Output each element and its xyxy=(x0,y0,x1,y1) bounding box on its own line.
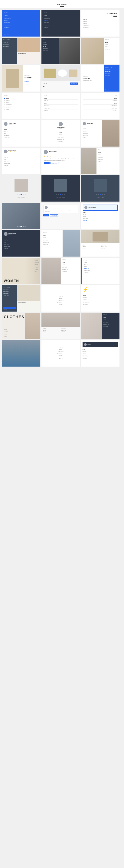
nav-item[interactable]: CATEGORY 2 xyxy=(3,291,16,293)
nav-item[interactable]: CATEGORY 4 xyxy=(3,294,16,297)
nav-item[interactable]: PORTFOLIO xyxy=(84,269,118,271)
nav-item[interactable]: SERVICES xyxy=(61,328,79,330)
nav-item[interactable]: CATEGORY 1 xyxy=(105,69,118,71)
nav-item[interactable]: HOME xyxy=(43,131,78,133)
nav-item[interactable]: SERVICES xyxy=(62,267,79,269)
nav-item[interactable]: ABOUT xyxy=(43,330,61,331)
nav-item[interactable]: ABOUT xyxy=(83,214,118,216)
nav-item[interactable]: WORK xyxy=(83,23,117,25)
nav-item[interactable]: CONTACT xyxy=(83,358,118,360)
nav-item[interactable]: JOURNAL xyxy=(43,48,57,49)
cat-item[interactable]: BLAZER xyxy=(4,329,8,330)
nav-item[interactable]: ABOUT xyxy=(83,246,99,247)
nav-item[interactable]: HOME xyxy=(43,328,61,330)
nav-item[interactable]: ABOUT xyxy=(103,318,118,320)
nav-item[interactable]: SERVICES xyxy=(101,244,118,246)
nav-item[interactable]: WORK xyxy=(59,298,63,300)
nav-item[interactable]: CATEGORY 1 xyxy=(3,41,16,43)
nav-item[interactable]: CATEGORY 3 xyxy=(105,73,118,74)
nav-item[interactable]: HOME xyxy=(44,15,78,17)
nav-item[interactable]: ABOUT xyxy=(84,264,118,266)
nav-item[interactable]: WORK xyxy=(83,102,117,104)
nav-item[interactable]: SERVICES xyxy=(4,244,38,246)
nav-item[interactable]: SERVICES xyxy=(44,104,78,107)
nav-item[interactable]: PORTFOLIO xyxy=(4,246,38,248)
cat-item[interactable]: JACKETS xyxy=(34,261,39,263)
nav-item[interactable]: PORTFOLIO xyxy=(43,139,78,141)
nav-item[interactable]: ABOUT xyxy=(43,236,61,238)
nav-item[interactable]: ABOUT xyxy=(4,157,38,159)
nav-item[interactable]: HOME xyxy=(84,262,118,264)
nav-item[interactable]: HOME xyxy=(59,345,62,347)
nav-item[interactable]: CONTACT xyxy=(44,110,78,112)
nav-item[interactable]: PORTFOLIO xyxy=(44,24,78,26)
nav-item[interactable]: SERVICES xyxy=(83,104,117,107)
nav-item[interactable]: HOME xyxy=(98,151,118,153)
cat-item[interactable]: PANTS xyxy=(34,265,39,267)
nav-item[interactable]: CONTACT xyxy=(4,138,38,140)
nav-item[interactable]: CATEGORY 4 xyxy=(105,74,118,76)
nav-item[interactable]: CATEGORY 2 xyxy=(3,43,16,45)
nav-item[interactable]: ABOUT xyxy=(83,100,117,102)
nav-item[interactable]: ABOUT xyxy=(4,20,38,22)
cat-item[interactable]: BLAZER xyxy=(34,259,39,261)
nav-item[interactable]: HOME xyxy=(43,42,57,44)
nav-item[interactable]: PORTFOLIO xyxy=(83,107,117,110)
nav-item[interactable]: HOME xyxy=(83,212,118,214)
nav-item[interactable]: SERVICES xyxy=(83,217,118,219)
nav-item[interactable]: HOME xyxy=(83,97,117,100)
nav-item-active[interactable]: WORK xyxy=(43,45,57,48)
nav-item[interactable]: SERVICES xyxy=(83,300,118,302)
nav-item[interactable]: CATEGORY 1 xyxy=(3,289,16,291)
nav-item[interactable]: ABOUT xyxy=(43,44,57,45)
nav-item[interactable]: HOME xyxy=(43,234,61,236)
nav-item[interactable]: ABOUT xyxy=(105,43,118,45)
nav-item[interactable]: WORK xyxy=(103,320,118,322)
nav-item[interactable]: WORK xyxy=(59,349,63,351)
nav-item[interactable]: HOME xyxy=(83,244,99,246)
nav-item[interactable]: WORK xyxy=(4,242,38,244)
nav-item[interactable]: PORTFOLIO xyxy=(43,242,61,244)
nav-item[interactable]: PORTFOLIO xyxy=(83,135,100,136)
nav-item[interactable]: PORTFOLIO xyxy=(98,159,118,161)
nav-item[interactable]: CONTACT xyxy=(58,304,63,305)
nav-item-active[interactable]: CATEGORY 3 xyxy=(3,45,16,47)
cat-item[interactable]: JEANS xyxy=(4,332,8,334)
nav-item[interactable]: PORTFOLIO xyxy=(44,107,78,110)
nav-item[interactable]: CONTACT xyxy=(4,26,38,28)
nav-item[interactable]: HOME xyxy=(83,348,118,350)
nav-item[interactable]: CONTACT xyxy=(43,49,57,51)
nav-item[interactable]: ABOUT xyxy=(59,296,63,298)
cat-item[interactable]: SHIRTS xyxy=(4,336,8,338)
nav-item[interactable]: PORTFOLIO xyxy=(83,302,118,304)
nav-item[interactable]: CONTACT xyxy=(4,164,38,166)
cat-item[interactable]: PANTS xyxy=(4,334,8,336)
nav-item[interactable]: WORK xyxy=(83,216,118,217)
nav-item[interactable]: HOME xyxy=(4,155,38,157)
nav-item[interactable]: CONTACT xyxy=(43,244,61,246)
nav-item[interactable]: WORK xyxy=(43,238,61,240)
list-item[interactable]: HOME xyxy=(4,98,38,99)
nav-item[interactable]: WORK xyxy=(43,135,78,137)
list-item[interactable]: WORK xyxy=(4,101,38,103)
nav-item[interactable]: WORK xyxy=(84,266,118,268)
list-item[interactable]: SERVICES xyxy=(4,103,38,105)
nav-item[interactable]: WORK xyxy=(43,331,61,333)
nav-item[interactable]: WORK xyxy=(83,352,118,354)
nav-item[interactable]: WORK xyxy=(83,131,100,133)
nav-item[interactable]: CONTACT xyxy=(98,161,118,162)
nav-item[interactable]: SERVICES xyxy=(43,137,78,139)
nav-item[interactable]: CONTACT xyxy=(83,26,117,28)
nav-item[interactable]: PORTFOLIO xyxy=(58,352,64,354)
nav-item[interactable]: PORTFOLIO xyxy=(83,356,118,358)
nav-item[interactable]: SERVICES xyxy=(44,22,78,24)
nav-item[interactable]: PORTFOLIO xyxy=(103,324,118,326)
nav-item[interactable]: BLOG xyxy=(44,112,78,114)
nav-item[interactable]: WORK xyxy=(105,45,118,47)
nav-item[interactable]: CONTACT xyxy=(62,271,79,273)
nav-item[interactable]: HOME xyxy=(83,19,117,21)
nav-item[interactable]: HOME xyxy=(103,316,118,318)
nav-item[interactable]: CONTACT xyxy=(83,304,118,306)
nav-item[interactable]: CONTACT xyxy=(44,26,78,28)
nav-item[interactable]: CONTACT xyxy=(103,326,118,328)
